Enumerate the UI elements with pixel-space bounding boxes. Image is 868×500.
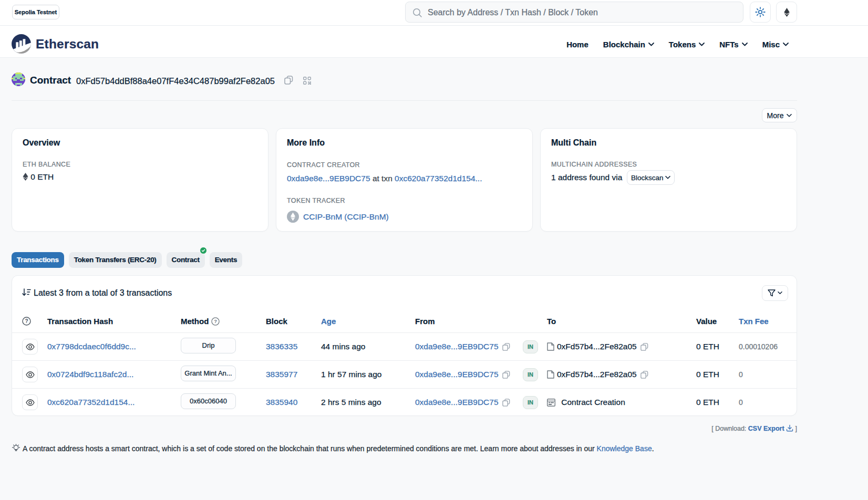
- svg-text:?: ?: [214, 318, 217, 324]
- svg-text:?: ?: [25, 318, 28, 324]
